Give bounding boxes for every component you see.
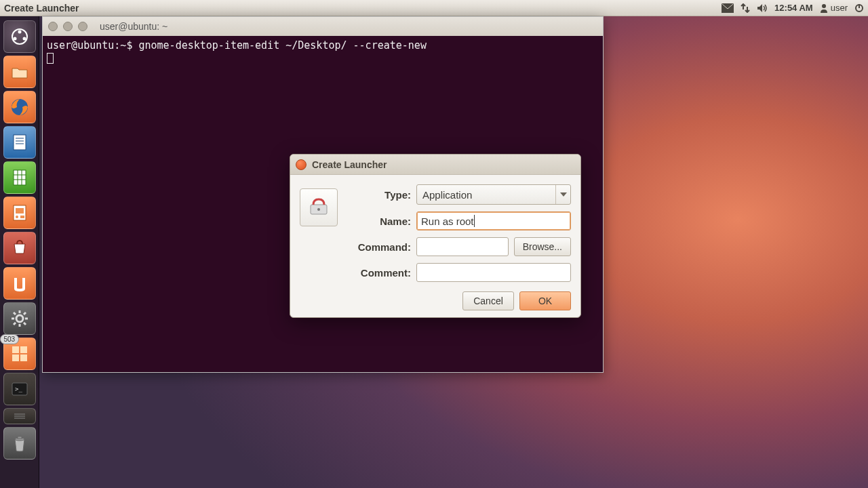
session-indicator-icon[interactable] bbox=[854, 3, 864, 13]
libreoffice-impress-icon[interactable] bbox=[3, 197, 36, 229]
command-input[interactable] bbox=[416, 237, 509, 256]
name-input[interactable]: Run as root bbox=[416, 211, 571, 230]
browse-button[interactable]: Browse... bbox=[514, 237, 571, 256]
svg-point-6 bbox=[18, 30, 21, 34]
svg-line-31 bbox=[24, 312, 26, 314]
close-icon[interactable] bbox=[48, 22, 58, 31]
type-combobox[interactable]: Application bbox=[416, 184, 571, 205]
svg-point-44 bbox=[317, 208, 320, 211]
libreoffice-writer-icon[interactable] bbox=[3, 126, 36, 159]
firefox-icon[interactable] bbox=[3, 91, 36, 123]
name-value: Run as root bbox=[421, 216, 474, 227]
terminal-cursor bbox=[47, 53, 54, 64]
svg-rect-33 bbox=[20, 346, 27, 353]
terminal-title: user@ubuntu: ~ bbox=[100, 21, 167, 32]
workspace-switcher-icon[interactable]: 503 bbox=[3, 338, 36, 370]
ok-button[interactable]: OK bbox=[519, 291, 571, 310]
text-cursor bbox=[474, 215, 475, 227]
comment-label: Comment: bbox=[344, 267, 411, 279]
user-menu-label: user bbox=[831, 3, 848, 13]
trash-icon[interactable] bbox=[3, 427, 36, 460]
clock[interactable]: 12:54 AM bbox=[774, 3, 813, 13]
svg-rect-36 bbox=[12, 383, 27, 395]
svg-line-30 bbox=[14, 323, 16, 325]
command-label: Command: bbox=[344, 241, 411, 253]
svg-rect-10 bbox=[14, 135, 26, 150]
dialog-titlebar[interactable]: Create Launcher bbox=[290, 155, 580, 175]
nautilus-icon[interactable] bbox=[3, 56, 36, 88]
active-window-title: Create Launcher bbox=[4, 3, 79, 14]
svg-line-29 bbox=[24, 323, 26, 325]
user-menu[interactable]: user bbox=[820, 3, 848, 13]
svg-rect-22 bbox=[20, 216, 24, 218]
svg-point-21 bbox=[16, 216, 18, 218]
launcher-badge: 503 bbox=[0, 334, 19, 344]
name-label: Name: bbox=[344, 216, 411, 227]
svg-rect-20 bbox=[16, 208, 24, 214]
launcher-icon-well[interactable] bbox=[300, 188, 338, 226]
unity-launcher: 503 >_ bbox=[0, 16, 39, 488]
svg-point-2 bbox=[822, 4, 826, 8]
terminal-titlebar[interactable]: user@ubuntu: ~ bbox=[43, 17, 603, 36]
close-icon[interactable] bbox=[296, 159, 307, 170]
svg-rect-14 bbox=[14, 170, 26, 185]
minimize-icon[interactable] bbox=[63, 22, 73, 31]
mail-indicator-icon[interactable] bbox=[722, 3, 734, 13]
chevron-down-icon bbox=[555, 185, 570, 204]
svg-rect-34 bbox=[12, 354, 19, 361]
svg-marker-45 bbox=[560, 192, 567, 197]
svg-point-9 bbox=[12, 99, 28, 115]
svg-point-7 bbox=[13, 37, 16, 41]
svg-point-23 bbox=[16, 315, 23, 322]
launcher-expander-icon[interactable] bbox=[3, 408, 36, 424]
type-value: Application bbox=[422, 189, 472, 201]
svg-rect-19 bbox=[14, 205, 26, 220]
svg-point-41 bbox=[15, 438, 24, 441]
terminal-prompt: user@ubuntu:~$ bbox=[47, 39, 138, 52]
svg-marker-1 bbox=[757, 4, 762, 12]
system-settings-icon[interactable] bbox=[3, 302, 36, 335]
svg-rect-32 bbox=[12, 346, 19, 353]
terminal-command: gnome-desktop-item-edit ~/Desktop/ --cre… bbox=[138, 39, 426, 52]
svg-text:>_: >_ bbox=[15, 386, 22, 392]
ubuntu-one-icon[interactable] bbox=[3, 267, 36, 300]
cancel-button[interactable]: Cancel bbox=[462, 291, 514, 310]
svg-rect-42 bbox=[18, 436, 22, 439]
svg-line-28 bbox=[14, 312, 16, 314]
svg-rect-35 bbox=[20, 354, 27, 361]
comment-input[interactable] bbox=[416, 263, 571, 282]
terminal-launcher-icon[interactable]: >_ bbox=[3, 373, 36, 405]
maximize-icon[interactable] bbox=[78, 22, 87, 31]
type-label: Type: bbox=[344, 189, 411, 201]
svg-point-8 bbox=[22, 37, 26, 41]
software-center-icon[interactable] bbox=[3, 232, 36, 264]
dialog-title: Create Launcher bbox=[312, 159, 387, 170]
top-panel: Create Launcher 12:54 AM user bbox=[0, 0, 868, 16]
dash-home-icon[interactable] bbox=[3, 20, 36, 53]
libreoffice-calc-icon[interactable] bbox=[3, 161, 36, 194]
create-launcher-dialog: Create Launcher Type: Application Name: … bbox=[290, 154, 581, 318]
network-indicator-icon[interactable] bbox=[741, 3, 750, 13]
volume-indicator-icon[interactable] bbox=[757, 3, 768, 13]
svg-point-5 bbox=[12, 29, 27, 44]
